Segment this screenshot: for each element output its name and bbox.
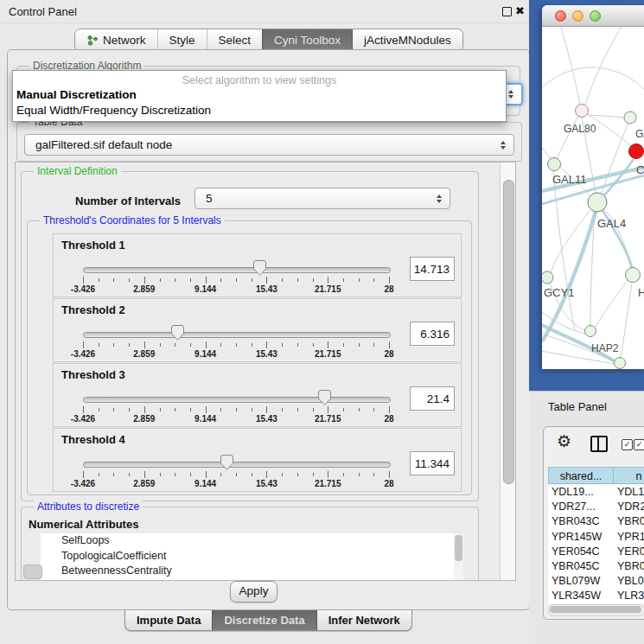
cell-shared-name[interactable]: YPR145W	[552, 530, 602, 545]
cell-shared-name[interactable]: YER054C	[552, 545, 600, 559]
checkbox-icon[interactable]: ✓	[634, 439, 644, 450]
network-canvas[interactable]: GAL80GAGAL11CGAL4GCY1HHAP2	[542, 27, 644, 369]
close-traffic-light[interactable]	[555, 10, 566, 22]
cell-name[interactable]: YDR2	[617, 500, 644, 514]
number-of-intervals-combo[interactable]: 5	[194, 188, 450, 209]
network-node[interactable]	[585, 326, 596, 337]
close-icon[interactable]: ✖	[515, 4, 525, 17]
cell-name[interactable]: YBR0	[617, 514, 644, 529]
network-node[interactable]	[576, 105, 589, 118]
tick-mark	[144, 277, 145, 284]
network-edge[interactable]	[588, 115, 624, 118]
threshold-value-box[interactable]: 11.344	[410, 451, 455, 475]
vertical-scrollbar[interactable]	[500, 163, 515, 580]
attribute-list-item[interactable]: TopologicalCoefficient	[41, 549, 463, 564]
gear-icon[interactable]: ⚙	[557, 432, 571, 451]
network-edge[interactable]	[561, 27, 580, 105]
threshold-value-box[interactable]: 14.713	[410, 257, 455, 281]
cell-shared-name[interactable]: YBR043C	[552, 514, 600, 529]
attributes-list[interactable]: SelfLoopsTopologicalCoefficientBetweenne…	[41, 533, 463, 581]
table-row[interactable]: YBR043CYBR0	[548, 514, 644, 529]
cell-shared-name[interactable]: YDL19...	[552, 485, 594, 500]
network-icon	[86, 35, 98, 46]
table-row[interactable]: YER054CYER0	[548, 545, 644, 559]
apply-button[interactable]: Apply	[230, 581, 277, 603]
tick-mark	[389, 277, 390, 284]
table-row[interactable]: YPR145WYPR1	[548, 530, 644, 545]
tab-style[interactable]: Style	[157, 29, 207, 51]
list-vertical-scrollbar[interactable]	[454, 533, 463, 581]
tab-network[interactable]: Network	[75, 29, 157, 51]
cell-shared-name[interactable]: YLR345W	[552, 589, 601, 603]
column-header-name[interactable]: n	[613, 467, 644, 484]
table-row[interactable]: YDL19...YDL1	[548, 485, 644, 500]
network-node[interactable]	[629, 144, 644, 159]
cell-shared-name[interactable]: YDR27...	[552, 500, 596, 514]
network-edge[interactable]	[542, 67, 644, 89]
slider-track[interactable]	[83, 332, 391, 338]
threshold-value-box[interactable]: 6.316	[410, 322, 455, 346]
tab-label: Style	[169, 34, 195, 47]
tick-mark	[220, 473, 221, 476]
minimize-traffic-light[interactable]	[572, 10, 583, 22]
horizontal-scrollbar-thumb[interactable]	[23, 564, 42, 579]
network-edge[interactable]	[585, 27, 622, 105]
tab-discretize-data[interactable]: Discretize Data	[212, 610, 316, 630]
columns-icon[interactable]	[590, 436, 608, 452]
checkbox-icon[interactable]: ✓	[622, 439, 633, 450]
column-header-shared-name[interactable]: shared...	[548, 467, 614, 484]
table-row[interactable]: YLR345WYLR3	[548, 589, 644, 603]
slider-track[interactable]	[83, 267, 391, 273]
slider-thumb[interactable]	[253, 260, 266, 276]
cell-shared-name[interactable]: YBR045C	[552, 559, 600, 574]
tick-mark	[282, 408, 283, 411]
table-row[interactable]: YDR27...YDR2	[548, 500, 644, 514]
tick-mark	[328, 471, 328, 478]
slider-thumb[interactable]	[171, 325, 184, 341]
tab-cyni-toolbox[interactable]: Cyni Toolbox	[262, 29, 352, 51]
slider-track[interactable]	[83, 397, 391, 403]
float-window-icon[interactable]	[502, 7, 512, 16]
network-node[interactable]	[626, 268, 641, 283]
cell-shared-name[interactable]: YBL079W	[552, 574, 600, 589]
table-row[interactable]: YBL079WYBL0	[548, 574, 644, 589]
network-node[interactable]	[588, 193, 607, 212]
network-node[interactable]	[548, 158, 561, 171]
cell-name[interactable]: YDL1	[617, 485, 644, 500]
horizontal-scrollbar[interactable]	[548, 604, 644, 616]
zoom-traffic-light[interactable]	[590, 10, 601, 22]
slider-thumb[interactable]	[220, 455, 233, 470]
attribute-list-item[interactable]: BetweennessCentrality	[41, 564, 463, 579]
slider-thumb[interactable]	[318, 390, 331, 405]
threshold-label: Threshold 3	[61, 368, 125, 381]
tab-impute-data[interactable]: Impute Data	[125, 610, 212, 630]
network-edge[interactable]	[596, 280, 628, 327]
cell-name[interactable]: YBL0	[617, 574, 644, 589]
tick-label: -3.426	[71, 284, 95, 294]
tick-mark	[373, 343, 374, 347]
tab-infer-network[interactable]: Infer Network	[316, 610, 411, 630]
threshold-value-box[interactable]: 21.4	[410, 386, 455, 411]
slider-track[interactable]	[83, 462, 391, 468]
tab-jactivemnodules[interactable]: jActiveMNodules	[352, 29, 462, 51]
network-edge[interactable]	[621, 283, 632, 358]
dropdown-option-equal-width-frequency[interactable]: Equal Width/Frequency Discretization	[16, 104, 211, 117]
tab-select[interactable]: Select	[207, 29, 263, 51]
dropdown-option-manual-discretization[interactable]: Manual Discretization	[16, 88, 137, 101]
table-row[interactable]: YBR045CYBR0	[548, 559, 644, 574]
scrollbar-thumb[interactable]	[455, 535, 462, 561]
network-node[interactable]	[615, 358, 626, 369]
cell-name[interactable]: YBR0	[617, 559, 644, 574]
tick-mark	[129, 343, 130, 347]
network-node[interactable]	[542, 271, 553, 284]
cell-name[interactable]: YPR1	[617, 530, 644, 545]
attribute-list-item[interactable]: SelfLoops	[41, 533, 463, 549]
group-title: Attributes to discretize	[34, 501, 143, 513]
scrollbar-thumb[interactable]	[503, 180, 514, 484]
tick-mark	[190, 343, 191, 347]
table-data-combo[interactable]: galFiltered.sif default node	[24, 134, 514, 156]
cell-name[interactable]: YER0	[617, 545, 644, 559]
network-node[interactable]	[624, 112, 636, 124]
cell-name[interactable]: YLR3	[617, 589, 644, 603]
scrollbar-thumb[interactable]	[550, 606, 641, 613]
